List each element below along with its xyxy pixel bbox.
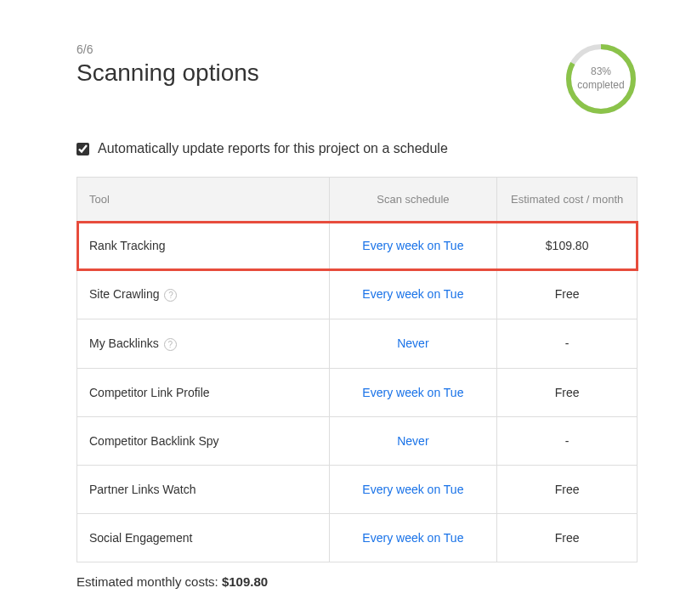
tool-name: My Backlinks: [89, 336, 159, 350]
cost-cell: -: [497, 319, 638, 368]
tool-name-cell: Site Crawling?: [77, 270, 330, 319]
schedule-cell: Every week on Tue: [329, 368, 497, 416]
auto-update-label[interactable]: Automatically update reports for this pr…: [98, 141, 448, 156]
tool-name-cell: My Backlinks?: [77, 319, 330, 368]
tool-name: Social Engagement: [89, 531, 192, 545]
tool-name: Competitor Backlink Spy: [89, 434, 219, 448]
col-header-tool: Tool: [77, 178, 330, 222]
table-row: Competitor Link ProfileEvery week on Tue…: [77, 368, 638, 416]
progress-circle: 83% completed: [564, 42, 638, 116]
cost-cell: $109.80: [497, 222, 638, 270]
schedule-cell: Never: [329, 319, 497, 368]
table-row: My Backlinks?Never-: [77, 319, 638, 368]
cost-cell: Free: [497, 513, 638, 562]
footer-cost-label: Estimated monthly costs:: [76, 574, 218, 589]
scan-options-table: Tool Scan schedule Estimated cost / mont…: [76, 177, 638, 562]
tool-name: Competitor Link Profile: [89, 386, 210, 399]
cost-cell: Free: [497, 270, 638, 319]
tool-name-cell: Competitor Backlink Spy: [77, 416, 330, 465]
step-indicator: 6/6: [76, 42, 259, 56]
schedule-cell: Every week on Tue: [329, 513, 497, 562]
schedule-link[interactable]: Every week on Tue: [362, 531, 463, 545]
tool-name: Partner Links Watch: [89, 483, 196, 496]
tool-name-cell: Social Engagement: [77, 513, 330, 562]
table-row: Rank TrackingEvery week on Tue$109.80: [77, 222, 638, 270]
schedule-cell: Every week on Tue: [329, 465, 497, 513]
table-row: Partner Links WatchEvery week on TueFree: [77, 465, 638, 513]
schedule-link[interactable]: Never: [397, 434, 428, 448]
cost-cell: -: [497, 416, 638, 465]
schedule-cell: Never: [329, 416, 497, 465]
auto-update-checkbox[interactable]: [76, 143, 89, 155]
schedule-cell: Every week on Tue: [329, 222, 497, 270]
footer-cost-value: $109.80: [222, 574, 268, 589]
help-icon[interactable]: ?: [164, 289, 177, 302]
help-icon[interactable]: ?: [164, 338, 177, 351]
col-header-schedule: Scan schedule: [329, 178, 497, 222]
schedule-cell: Every week on Tue: [329, 270, 497, 319]
tool-name-cell: Competitor Link Profile: [77, 368, 330, 416]
tool-name-cell: Rank Tracking: [77, 222, 330, 270]
progress-completed-label: completed: [577, 79, 624, 93]
schedule-link[interactable]: Every week on Tue: [362, 239, 463, 252]
schedule-link[interactable]: Every week on Tue: [362, 287, 463, 301]
table-row: Site Crawling?Every week on TueFree: [77, 270, 638, 319]
schedule-link[interactable]: Never: [397, 336, 428, 350]
estimated-monthly-cost: Estimated monthly costs: $109.80: [76, 574, 638, 589]
page-title: Scanning options: [76, 59, 259, 87]
schedule-link[interactable]: Every week on Tue: [362, 386, 463, 399]
schedule-link[interactable]: Every week on Tue: [362, 483, 463, 496]
table-row: Social EngagementEvery week on TueFree: [77, 513, 638, 562]
tool-name-cell: Partner Links Watch: [77, 465, 330, 513]
col-header-cost: Estimated cost / month: [497, 178, 638, 222]
cost-cell: Free: [497, 368, 638, 416]
cost-cell: Free: [497, 465, 638, 513]
progress-percent: 83%: [577, 65, 624, 79]
tool-name: Site Crawling: [89, 287, 159, 301]
tool-name: Rank Tracking: [89, 239, 165, 252]
table-row: Competitor Backlink SpyNever-: [77, 416, 638, 465]
